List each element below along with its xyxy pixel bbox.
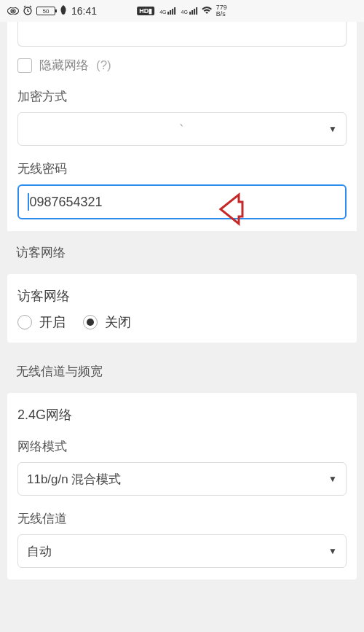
wifi-settings-card: 隐藏网络 (?) 加密方式 ˋ ▼ 无线密码 0987654321 [7, 22, 357, 231]
eye-icon [7, 5, 19, 17]
radio-off[interactable] [83, 315, 98, 329]
content: 隐藏网络 (?) 加密方式 ˋ ▼ 无线密码 0987654321 访客网络 访… [0, 22, 364, 580]
ssid-input[interactable] [17, 22, 347, 47]
guest-network-section-title: 访客网络 [0, 231, 364, 267]
password-value: 0987654321 [30, 195, 103, 210]
wifi-icon [201, 6, 213, 17]
alarm-icon [23, 5, 33, 17]
chevron-down-icon: ▼ [328, 474, 337, 484]
encryption-select[interactable]: ˋ ▼ [17, 112, 347, 146]
channel-card: 2.4G网络 网络模式 11b/g/n 混合模式 ▼ 无线信道 自动 ▼ [7, 393, 357, 580]
guest-network-label: 访客网络 [17, 274, 347, 305]
channel-section-title: 无线信道与频宽 [0, 350, 364, 386]
network-mode-label: 网络模式 [17, 438, 347, 455]
password-input[interactable]: 0987654321 [17, 184, 347, 219]
hidden-network-checkbox[interactable] [17, 58, 32, 73]
radio-off-label: 关闭 [105, 313, 131, 331]
channel-value: 自动 [27, 543, 52, 560]
svg-point-0 [12, 10, 15, 12]
radio-on-label: 开启 [39, 313, 66, 331]
password-label: 无线密码 [17, 160, 347, 177]
text-cursor [28, 193, 29, 211]
guest-network-radio-group: 开启 关闭 [17, 313, 347, 331]
leaf-icon [59, 5, 68, 17]
channel-label: 无线信道 [17, 510, 347, 527]
hidden-network-label: 隐藏网络 [39, 57, 89, 74]
battery-icon: 50 [36, 7, 55, 15]
clock-time: 16:41 [71, 5, 97, 17]
hidden-network-row[interactable]: 隐藏网络 (?) [17, 57, 347, 74]
chevron-down-icon: ▼ [328, 124, 337, 134]
chevron-down-icon: ▼ [328, 546, 337, 556]
signal-2: 4G [179, 7, 197, 15]
network-mode-value: 11b/g/n 混合模式 [27, 471, 121, 488]
band-title: 2.4G网络 [17, 393, 347, 424]
network-mode-select[interactable]: 11b/g/n 混合模式 ▼ [17, 462, 347, 496]
encryption-ghost: ˋ [179, 122, 185, 136]
encryption-label: 加密方式 [17, 88, 347, 105]
hd-badge: HD▮ [137, 7, 154, 15]
network-speed: 779 B/s [216, 4, 227, 17]
help-icon[interactable]: (?) [96, 58, 111, 73]
signal-1: 4G [158, 7, 175, 15]
radio-on[interactable] [17, 315, 32, 329]
status-right: 50 16:41 [7, 5, 97, 17]
status-bar: HD▮ 4G 4G 779 B/s 50 16:41 [0, 0, 364, 22]
status-center: HD▮ 4G 4G 779 B/s [137, 4, 227, 17]
channel-select[interactable]: 自动 ▼ [17, 534, 347, 568]
guest-network-card: 访客网络 开启 关闭 [7, 274, 357, 343]
